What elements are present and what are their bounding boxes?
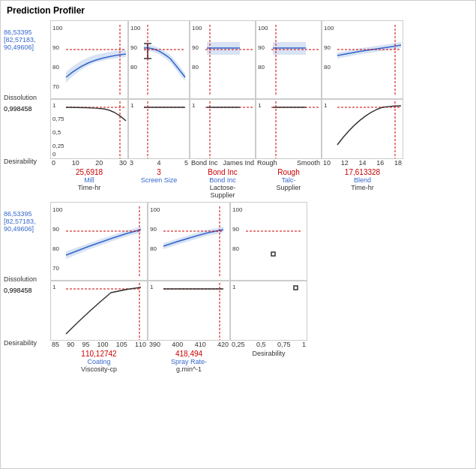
bond-inc-sublabel: Lactose- (210, 184, 236, 191)
svg-text:100: 100 (52, 206, 63, 213)
mill-time-value: 25,6918 (76, 168, 103, 176)
plot-coating-viscosity-dissolution-svg: 100 90 80 70 (51, 203, 148, 281)
bond-inc-label: Bond Inc (209, 176, 236, 184)
plot-blend-time-desirability: 1 (322, 99, 403, 159)
prediction-profiler-panel: Prediction Profiler 86,53395 [82,57183, … (0, 0, 476, 469)
svg-text:70: 70 (52, 83, 59, 90)
x-axis-desirability-ticks: 0,25 0,5 0,75 1 (230, 341, 307, 348)
x-axis-blend-time: 10 12 14 16 18 (322, 159, 403, 167)
svg-text:80: 80 (258, 64, 265, 71)
plot-desirability-desirability-svg: 1 (231, 281, 307, 341)
plot-mill-time-dissolution: 100 90 80 70 (50, 20, 128, 99)
spray-rate-value: 418,494 (175, 350, 202, 358)
y-labels-section2: 86,53395 [82,57183, 90,49606] Dissolutio… (4, 202, 50, 348)
svg-text:80: 80 (130, 64, 137, 71)
x-axis-mill-time-ticks: 0 10 20 30 (50, 159, 128, 167)
section2: 86,53395 [82,57183, 90,49606] Dissolutio… (4, 202, 472, 348)
plot-screen-size-dissolution-svg: 100 90 80 (129, 21, 190, 99)
dissolution-value1: 86,53395 (4, 29, 32, 36)
x-axis-blend-time-ticks: 10 12 14 16 18 (322, 159, 403, 167)
value-row-section2: 110,12742 Coating Viscosity-cp 418,494 S… (50, 350, 472, 373)
mill-time-sublabel: Time-hr (78, 184, 101, 191)
svg-text:100: 100 (150, 206, 160, 213)
x-axis-talc-supplier-ticks: Rough Smooth (256, 159, 322, 167)
plot-mill-time-desirability-svg: 1 0,75 0,5 0,25 0 (51, 100, 128, 159)
svg-text:90: 90 (130, 44, 137, 51)
dissolution-ci4: 90,49606] (4, 225, 34, 233)
plot-coating-viscosity-desirability-svg: 1 (51, 281, 148, 341)
bond-inc-value: Bond Inc (208, 168, 237, 176)
screen-size-value: 3 (157, 168, 161, 176)
dissolution-ci2: 90,49606] (4, 44, 34, 51)
svg-text:1: 1 (324, 102, 328, 109)
svg-text:80: 80 (150, 245, 157, 252)
plot-bond-inc-dissolution: 100 90 80 (190, 20, 256, 99)
plot-coating-viscosity-desirability: 1 (50, 281, 148, 341)
svg-text:1: 1 (232, 284, 236, 290)
plot-screen-size-desirability: 1 (128, 99, 190, 159)
plot-blend-time-desirability-svg: 1 (322, 100, 403, 159)
x-axis-labels-row1: 0 10 20 30 3 4 5 B (50, 159, 472, 167)
plot-mill-time-dissolution-svg: 100 90 80 70 (51, 21, 128, 99)
plot-bond-inc-desirability-svg: 1 (190, 100, 256, 159)
dissolution-label-group2: 86,53395 [82,57183, 90,49606] Dissolutio… (4, 204, 50, 283)
svg-text:80: 80 (192, 64, 199, 71)
plot-talc-supplier-dissolution-svg: 100 90 80 (256, 21, 322, 99)
plot-talc-supplier-dissolution: 100 90 80 (256, 20, 322, 99)
spray-rate-sublabel: g.min^-1 (176, 365, 202, 373)
blend-time-value: 17,613328 (345, 168, 380, 176)
svg-text:100: 100 (232, 206, 243, 213)
svg-text:90: 90 (52, 44, 59, 51)
svg-text:100: 100 (130, 25, 141, 32)
blend-time-label: Blend (354, 176, 371, 184)
x-axis-screen-size-ticks: 3 4 5 (128, 159, 190, 167)
x-axis-talc-supplier: Rough Smooth (256, 159, 322, 167)
talc-supplier-label: Talc- (281, 176, 295, 184)
dissolution-plots-row2: 100 90 80 70 (50, 202, 472, 281)
value-cell-spray-rate: 418,494 Spray Rate- g.min^-1 (148, 350, 230, 373)
svg-text:90: 90 (324, 44, 331, 51)
plot-bond-inc-desirability: 1 (190, 99, 256, 159)
svg-text:80: 80 (52, 245, 59, 252)
x-axis-coating-viscosity: 85 90 95 100 105 110 (50, 341, 148, 348)
desirability-plots-row2: 1 1 (50, 281, 472, 341)
mill-time-label: Mill (84, 176, 94, 184)
value-cell-bond-inc: Bond Inc Bond Inc Lactose- Supplier (190, 168, 256, 199)
screen-size-label: Screen Size (141, 176, 178, 184)
svg-text:0,75: 0,75 (52, 116, 64, 122)
plots-area-section2: 100 90 80 70 (50, 202, 472, 348)
desirability-value2: 0,998458 (4, 287, 32, 294)
svg-text:1: 1 (130, 102, 134, 109)
desirability-bottom-label: Desirability (252, 350, 285, 357)
x-axis-labels-row2: 85 90 95 100 105 110 390 400 410 420 (50, 341, 472, 348)
dissolution-ci3: [82,57183, (4, 218, 36, 225)
value-cell-coating-viscosity: 110,12742 Coating Viscosity-cp (50, 350, 148, 373)
svg-text:80: 80 (52, 64, 59, 71)
x-axis-spray-rate: 390 400 410 420 (148, 341, 230, 348)
svg-text:90: 90 (52, 226, 59, 233)
coating-viscosity-value: 110,12742 (81, 350, 116, 358)
coating-viscosity-sublabel: Viscosity-cp (81, 365, 117, 373)
plot-coating-viscosity-dissolution: 100 90 80 70 (50, 202, 148, 281)
x-axis-coating-viscosity-ticks: 85 90 95 100 105 110 (50, 341, 148, 348)
svg-text:80: 80 (324, 64, 331, 71)
svg-text:100: 100 (258, 25, 268, 32)
talc-supplier-value: Rough (277, 168, 299, 176)
x-axis-desirability: 0,25 0,5 0,75 1 (230, 341, 307, 348)
dissolution-plots-row1: 100 90 80 70 (50, 20, 472, 99)
svg-text:1: 1 (52, 102, 56, 109)
value-cell-talc-supplier: Rough Talc- Supplier (256, 168, 322, 199)
plot-spray-rate-desirability-svg: 1 (148, 281, 230, 341)
y-labels-section1: 86,53395 [82,57183, 90,49606] Dissolutio… (4, 20, 50, 167)
spray-rate-label: Spray Rate- (171, 358, 207, 365)
plot-desirability-dissolution: 100 90 80 (230, 202, 307, 281)
dissolution-value2: 86,53395 (4, 210, 32, 218)
talc-supplier-sublabel: Supplier (276, 184, 301, 191)
svg-text:100: 100 (192, 25, 202, 32)
svg-text:0: 0 (52, 151, 56, 158)
x-axis-mill-time: 0 10 20 30 (50, 159, 128, 167)
value-cell-screen-size: 3 Screen Size (128, 168, 190, 199)
svg-text:90: 90 (258, 44, 265, 51)
svg-text:100: 100 (324, 25, 334, 32)
desirability-label-group1: 0,998458 Desirability (4, 105, 50, 165)
